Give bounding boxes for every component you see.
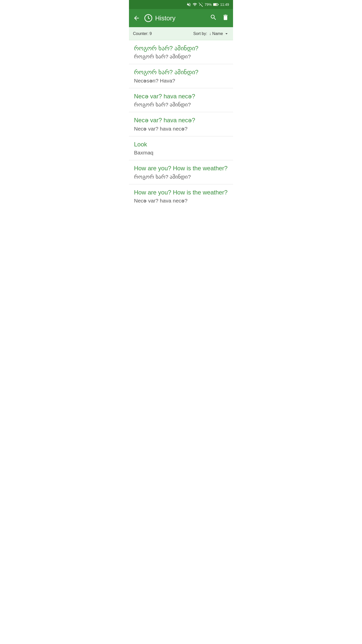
item-primary-text: How are you? How is the weather? <box>134 188 228 196</box>
item-secondary-text: როგორ ხარ? ამინდი? <box>134 53 228 60</box>
signal-icon <box>199 2 203 7</box>
history-item[interactable]: How are you? How is the weather?როგორ ხა… <box>129 160 233 184</box>
item-primary-text: How are you? How is the weather? <box>134 164 228 172</box>
search-button[interactable] <box>210 14 217 23</box>
history-item[interactable]: How are you? How is the weather?Necə var… <box>129 184 233 208</box>
item-primary-text: როგორ ხარ? ამინდი? <box>134 68 228 76</box>
item-primary-text: Look <box>134 140 228 148</box>
app-bar: History <box>129 9 233 27</box>
history-item[interactable]: Necə var? hava necə?როგორ ხარ? ამინდი? <box>129 88 233 112</box>
sort-label: Sort by: <box>193 31 207 36</box>
page-title: History <box>155 14 175 22</box>
mute-icon <box>187 2 191 7</box>
battery-icon: ⚡ <box>213 3 219 6</box>
counter-text: Counter: 9 <box>133 31 193 36</box>
sort-section[interactable]: Sort by: ↓ Name <box>193 31 229 36</box>
delete-button[interactable] <box>222 14 229 23</box>
battery-text: 79% <box>205 3 212 7</box>
item-secondary-text: Necə var? hava necə? <box>134 197 228 204</box>
delete-icon <box>222 14 229 21</box>
item-secondary-text: Necə var? hava necə? <box>134 125 228 132</box>
item-secondary-text: როგორ ხარ? ამინდი? <box>134 173 228 180</box>
svg-text:⚡: ⚡ <box>215 4 216 6</box>
back-icon <box>133 15 140 22</box>
item-primary-text: Necə var? hava necə? <box>134 92 228 100</box>
item-secondary-text: Necəsən? Hava? <box>134 77 228 84</box>
status-bar: 79% ⚡ 11:49 <box>129 0 233 9</box>
dropdown-icon <box>224 31 229 36</box>
history-item[interactable]: Necə var? hava necə?Necə var? hava necə? <box>129 112 233 136</box>
history-item[interactable]: LookBaxmaq <box>129 136 233 160</box>
history-item[interactable]: როგორ ხარ? ამინდი?Necəsən? Hava? <box>129 64 233 88</box>
time-text: 11:49 <box>220 3 229 7</box>
item-primary-text: Necə var? hava necə? <box>134 116 228 124</box>
svg-rect-2 <box>218 4 218 5</box>
item-secondary-text: როგორ ხარ? ამინდი? <box>134 101 228 108</box>
app-bar-actions <box>210 14 229 23</box>
item-primary-text: როგორ ხარ? ამინდი? <box>134 44 228 52</box>
filter-bar: Counter: 9 Sort by: ↓ Name <box>129 27 233 40</box>
back-button[interactable] <box>133 15 140 22</box>
sort-value[interactable]: ↓ Name <box>209 31 229 36</box>
status-icons: 79% ⚡ 11:49 <box>187 2 229 7</box>
history-scroll-container[interactable]: როგორ ხარ? ამინდი?როგორ ხარ? ამინდი?როგო… <box>129 40 233 208</box>
wifi-icon <box>193 2 197 7</box>
app-bar-title: History <box>144 14 206 22</box>
sort-value-text: ↓ Name <box>209 31 223 36</box>
history-item[interactable]: როგორ ხარ? ამინდი?როგორ ხარ? ამინდი? <box>129 40 233 64</box>
search-icon <box>210 14 217 21</box>
history-icon <box>144 14 153 22</box>
history-list: როგორ ხარ? ამინდი?როგორ ხარ? ამინდი?როგო… <box>129 40 233 208</box>
item-secondary-text: Baxmaq <box>134 149 228 156</box>
